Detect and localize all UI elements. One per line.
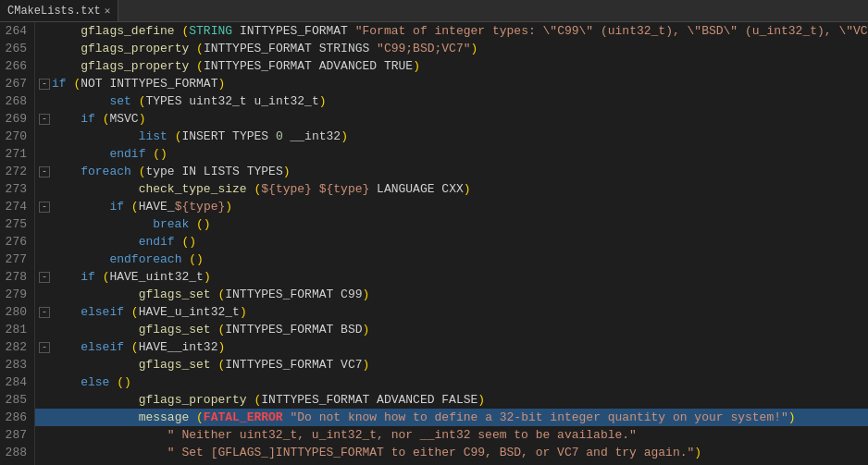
code-line-276: endif () <box>35 233 868 251</box>
code-line-272: - foreach (type IN LISTS TYPES) <box>35 163 868 180</box>
code-line-286: message (FATAL_ERROR "Do not know how to… <box>35 409 868 426</box>
tab-label: CMakeLists.txt <box>7 5 101 18</box>
collapse-278[interactable]: - <box>39 272 50 283</box>
ln-279: 279 <box>4 286 27 303</box>
collapse-272[interactable]: - <box>39 166 50 177</box>
collapse-274[interactable]: - <box>39 202 50 213</box>
ln-287: 287 <box>4 426 27 444</box>
ln-271: 271 <box>4 145 27 163</box>
code-line-277: endforeach () <box>35 251 868 268</box>
ln-281: 281 <box>4 321 27 338</box>
code-line-274: - if (HAVE_${type}) <box>35 198 868 215</box>
tab-cmake[interactable]: CMakeLists.txt ✕ <box>0 0 118 21</box>
collapse-280[interactable]: - <box>39 307 50 318</box>
ln-267: 267 <box>4 75 27 92</box>
ln-289: 289 <box>4 461 27 465</box>
ln-274: 274 <box>4 198 27 215</box>
code-line-283: gflags_set (INTTYPES_FORMAT VC7) <box>35 356 868 373</box>
ln-268: 268 <box>4 92 27 110</box>
code-line-280: - elseif (HAVE_u_int32_t) <box>35 303 868 321</box>
code-line-285: gflags_property (INTTYPES_FORMAT ADVANCE… <box>35 391 868 409</box>
collapse-267[interactable]: - <box>39 79 50 90</box>
ln-285: 285 <box>4 391 27 409</box>
code-line-289: endif () <box>35 461 868 465</box>
tab-close-icon[interactable]: ✕ <box>105 5 111 17</box>
ln-276: 276 <box>4 233 27 251</box>
code-line-287: " Neither uint32_t, u_int32_t, nor __int… <box>35 426 868 444</box>
code-line-268: set (TYPES uint32_t u_int32_t) <box>35 92 868 110</box>
ln-282: 282 <box>4 338 27 356</box>
code-line-278: - if (HAVE_uint32_t) <box>35 268 868 286</box>
ln-273: 273 <box>4 180 27 198</box>
code-line-275: break () <box>35 215 868 233</box>
code-line-288: " Set [GFLAGS_]INTTYPES_FORMAT to either… <box>35 444 868 461</box>
code-line-282: - elseif (HAVE__int32) <box>35 338 868 356</box>
ln-277: 277 <box>4 251 27 268</box>
ln-272: 272 <box>4 163 27 180</box>
code-line-266: gflags_property (INTTYPES_FORMAT ADVANCE… <box>35 57 868 75</box>
ln-288: 288 <box>4 444 27 461</box>
code-line-270: list (INSERT TYPES 0 __int32) <box>35 128 868 145</box>
ln-278: 278 <box>4 268 27 286</box>
line-numbers: 264 265 266 267 268 269 270 271 272 273 … <box>0 22 35 465</box>
ln-284: 284 <box>4 373 27 391</box>
code-content: gflags_define (STRING INTTYPES_FORMAT "F… <box>35 22 868 465</box>
code-line-281: gflags_set (INTTYPES_FORMAT BSD) <box>35 321 868 338</box>
ln-286: 286 <box>4 409 27 426</box>
code-line-271: endif () <box>35 145 868 163</box>
ln-264: 264 <box>4 22 27 40</box>
code-area: 264 265 266 267 268 269 270 271 272 273 … <box>0 22 868 465</box>
code-line-264: gflags_define (STRING INTTYPES_FORMAT "F… <box>35 22 868 40</box>
code-line-279: gflags_set (INTTYPES_FORMAT C99) <box>35 286 868 303</box>
code-line-267: - if (NOT INTTYPES_FORMAT) <box>35 75 868 92</box>
code-line-284: else () <box>35 373 868 391</box>
code-line-269: - if (MSVC) <box>35 110 868 128</box>
ln-270: 270 <box>4 128 27 145</box>
ln-280: 280 <box>4 303 27 321</box>
ln-283: 283 <box>4 356 27 373</box>
ln-266: 266 <box>4 57 27 75</box>
collapse-269[interactable]: - <box>39 114 50 125</box>
ln-275: 275 <box>4 215 27 233</box>
code-line-265: gflags_property (INTTYPES_FORMAT STRINGS… <box>35 40 868 57</box>
code-line-273: check_type_size (${type} ${type} LANGUAG… <box>35 180 868 198</box>
ln-265: 265 <box>4 40 27 57</box>
tab-bar: CMakeLists.txt ✕ <box>0 0 868 22</box>
ln-269: 269 <box>4 110 27 128</box>
collapse-282[interactable]: - <box>39 342 50 353</box>
